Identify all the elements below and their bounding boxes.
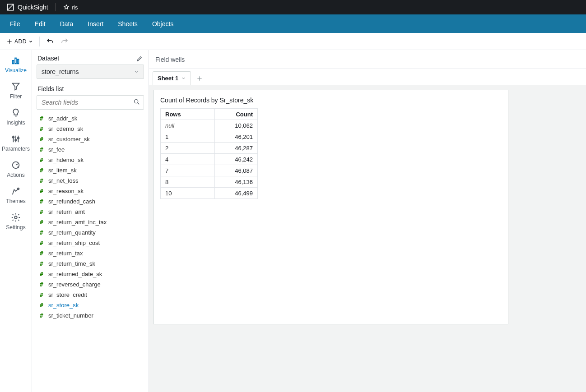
rail-item-visualize[interactable]: Visualize [5,55,27,74]
table-row[interactable]: 246,287 [161,143,258,154]
row-value: 46,287 [215,143,258,154]
themes-icon [11,186,21,196]
number-type-icon: # [38,271,45,277]
filter-icon [11,82,21,92]
row-key: 4 [161,154,215,165]
field-sr_reason_sk[interactable]: #sr_reason_sk [34,186,147,196]
row-key: null [161,120,215,131]
field-sr_return_ship_cost[interactable]: #sr_return_ship_cost [34,238,147,248]
number-type-icon: # [38,302,45,309]
settings-icon [11,212,21,222]
table-row[interactable]: 846,136 [161,176,258,188]
rail-item-settings[interactable]: Settings [6,212,25,231]
row-value: 10,062 [215,120,258,131]
field-sr_returned_date_sk[interactable]: #sr_returned_date_sk [34,269,147,279]
edit-dataset-button[interactable] [136,55,143,62]
menu-item-insert[interactable]: Insert [82,14,109,33]
number-type-icon: # [38,136,45,143]
actions-icon [11,160,21,170]
menu-item-objects[interactable]: Objects [147,14,179,33]
rail-item-filter[interactable]: Filter [10,82,22,100]
favorite-toggle[interactable]: rls [63,4,78,11]
field-name: sr_addr_sk [48,115,77,122]
field-name: sr_return_ship_cost [48,240,100,246]
svg-rect-2 [15,58,16,64]
number-type-icon: # [38,229,45,236]
undo-button[interactable] [46,37,54,46]
menubar: FileEditDataInsertSheetsObjects [0,14,586,33]
field-sr_return_time_sk[interactable]: #sr_return_time_sk [34,258,147,269]
field-sr_ticket_number[interactable]: #sr_ticket_number [34,310,147,321]
field-wells-bar[interactable]: Field wells [149,50,586,69]
pivot-table: Rows Count null10,062146,201246,287446,2… [160,108,258,199]
svg-rect-3 [18,59,19,64]
row-value: 46,499 [215,188,258,199]
rail-item-parameters[interactable]: Parameters [2,134,30,152]
table-row[interactable]: 746,087 [161,165,258,176]
toolbar-divider [39,37,40,46]
menu-item-edit[interactable]: Edit [29,14,51,33]
field-sr_store_sk[interactable]: #sr_store_sk [34,300,147,310]
row-value: 46,136 [215,176,258,188]
fields-list-label: Fields list [32,83,149,95]
add-button[interactable]: ADD [6,38,33,45]
menu-item-file[interactable]: File [5,14,26,33]
add-sheet-button[interactable] [192,72,207,85]
field-name: sr_ticket_number [48,312,93,319]
rail-item-label: Parameters [2,146,30,152]
sheet-tabs: Sheet 1 [149,69,586,85]
field-sr_net_loss[interactable]: #sr_net_loss [34,175,147,186]
table-row[interactable]: 1046,499 [161,188,258,199]
field-name: sr_reversed_charge [48,281,101,288]
number-type-icon: # [38,157,45,163]
field-sr_cdemo_sk[interactable]: #sr_cdemo_sk [34,124,147,134]
visual-title: Count of Records by Sr_store_sk [160,97,502,104]
dataset-select[interactable]: store_returns [37,65,144,79]
field-sr_customer_sk[interactable]: #sr_customer_sk [34,134,147,144]
svg-rect-1 [13,60,14,64]
redo-button[interactable] [60,37,69,46]
menu-item-data[interactable]: Data [55,14,79,33]
field-sr_addr_sk[interactable]: #sr_addr_sk [34,113,147,124]
number-type-icon: # [38,281,45,288]
field-sr_hdemo_sk[interactable]: #sr_hdemo_sk [34,155,147,165]
plus-icon [6,38,13,45]
field-sr_return_tax[interactable]: #sr_return_tax [34,248,147,258]
field-sr_return_quantity[interactable]: #sr_return_quantity [34,227,147,238]
number-type-icon: # [38,219,45,226]
rail-item-actions[interactable]: Actions [7,160,24,178]
chevron-down-icon [28,39,33,44]
field-sr_item_sk[interactable]: #sr_item_sk [34,165,147,175]
table-header-rows[interactable]: Rows [161,109,215,120]
field-name: sr_reason_sk [48,188,84,194]
rail-item-label: Visualize [5,67,27,74]
visual-pivot-table[interactable]: Count of Records by Sr_store_sk Rows Cou… [153,90,508,324]
add-label: ADD [14,38,27,45]
table-row[interactable]: 146,201 [161,131,258,143]
table-row[interactable]: null10,062 [161,120,258,131]
field-sr_return_amt[interactable]: #sr_return_amt [34,207,147,217]
rail-item-label: Actions [7,172,24,178]
workspace[interactable]: Count of Records by Sr_store_sk Rows Cou… [149,85,586,392]
sheet-tab-label: Sheet 1 [158,75,178,82]
table-header-count[interactable]: Count [215,109,258,120]
number-type-icon: # [38,291,45,298]
rail-item-themes[interactable]: Themes [6,186,25,204]
field-name: sr_refunded_cash [48,198,95,205]
number-type-icon: # [38,188,45,194]
svg-point-5 [15,139,17,141]
table-row[interactable]: 446,242 [161,154,258,165]
rail-item-label: Filter [10,93,22,100]
menu-item-sheets[interactable]: Sheets [112,14,143,33]
row-value: 46,201 [215,131,258,143]
rail-item-insights[interactable]: Insights [6,108,25,126]
field-sr_reversed_charge[interactable]: #sr_reversed_charge [34,279,147,290]
field-sr_refunded_cash[interactable]: #sr_refunded_cash [34,196,147,207]
search-fields-input[interactable] [37,95,144,110]
app-logo[interactable]: QuickSight [6,3,48,11]
search-icon [133,98,140,106]
field-sr_store_credit[interactable]: #sr_store_credit [34,290,147,300]
field-sr_return_amt_inc_tax[interactable]: #sr_return_amt_inc_tax [34,217,147,227]
sheet-tab[interactable]: Sheet 1 [153,71,191,85]
field-sr_fee[interactable]: #sr_fee [34,144,147,155]
